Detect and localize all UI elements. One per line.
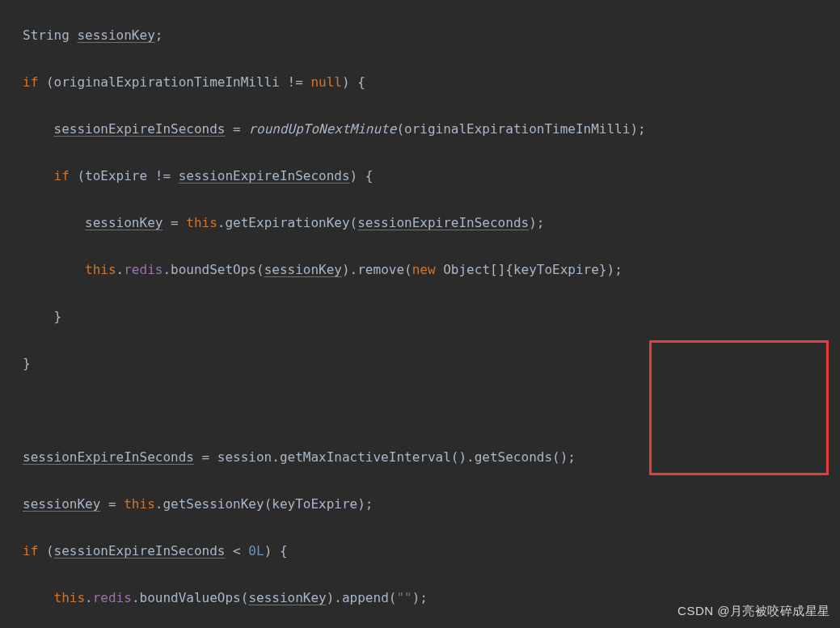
code-line: } (23, 305, 840, 328)
code-line: sessionExpireInSeconds = session.getMaxI… (23, 445, 840, 469)
code-line: } (23, 352, 840, 375)
code-line: this.redis.boundSetOps(sessionKey).remov… (23, 258, 840, 281)
code-line (23, 398, 840, 422)
code-line: String sessionKey; (23, 23, 840, 47)
code-line: sessionExpireInSeconds = roundUpToNextMi… (23, 117, 840, 141)
code-line: sessionKey = this.getSessionKey(keyToExp… (23, 492, 840, 516)
code-line: if (toExpire != sessionExpireInSeconds) … (23, 164, 840, 188)
code-line: sessionKey = this.getExpirationKey(sessi… (23, 211, 840, 234)
code-line: if (sessionExpireInSeconds < 0L) { (23, 539, 840, 563)
watermark-text: CSDN @月亮被咬碎成星星 (677, 599, 830, 622)
code-editor[interactable]: String sessionKey; if (originalExpiratio… (23, 0, 840, 628)
code-line: if (originalExpirationTimeInMilli != nul… (23, 70, 840, 94)
